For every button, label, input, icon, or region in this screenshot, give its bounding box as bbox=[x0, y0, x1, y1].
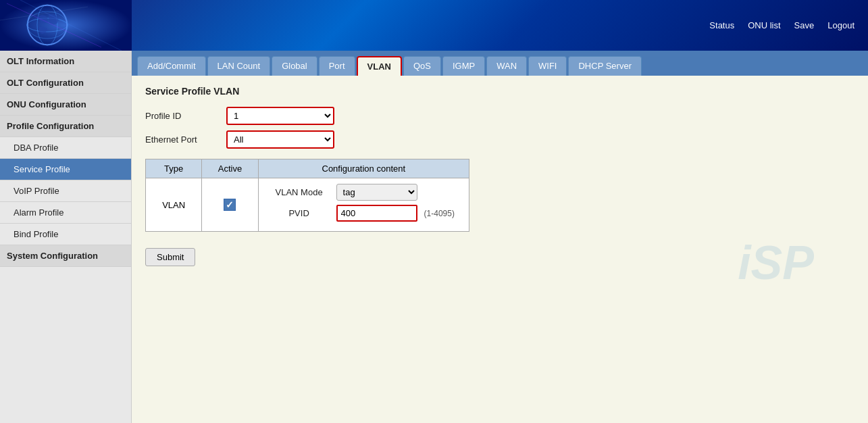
sidebar-item-olt-information[interactable]: OLT Information bbox=[0, 51, 131, 72]
col-type: Type bbox=[146, 159, 202, 178]
cell-config: VLAN Mode tag transparent translate PVID bbox=[258, 178, 469, 232]
page-title: Service Profile VLAN bbox=[145, 86, 854, 97]
pvid-row: PVID (1-4095) bbox=[269, 205, 459, 222]
sidebar-item-system-configuration[interactable]: System Configuration bbox=[0, 245, 131, 267]
onu-list-link[interactable]: ONU list bbox=[748, 20, 780, 30]
ethernet-port-row: Ethernet Port All 1 2 3 4 bbox=[145, 130, 854, 149]
status-link[interactable]: Status bbox=[709, 20, 734, 30]
vlan-table: Type Active Configuration content VLAN bbox=[145, 159, 469, 232]
sidebar: OLT Information OLT Configuration ONU Co… bbox=[0, 51, 132, 423]
content-area: Service Profile VLAN Profile ID 1 2 3 Et… bbox=[132, 76, 868, 276]
tab-wifi[interactable]: WIFI bbox=[528, 56, 567, 76]
header-logo bbox=[0, 0, 132, 51]
pvid-label: PVID bbox=[269, 208, 330, 218]
sidebar-item-alarm-profile[interactable]: Alarm Profile bbox=[0, 202, 131, 224]
sidebar-item-profile-configuration[interactable]: Profile Configuration bbox=[0, 116, 131, 137]
profile-id-select[interactable]: 1 2 3 bbox=[226, 107, 334, 125]
tab-global[interactable]: Global bbox=[272, 56, 317, 76]
sidebar-item-voip-profile[interactable]: VoIP Profile bbox=[0, 180, 131, 202]
vlan-mode-select[interactable]: tag transparent translate bbox=[336, 184, 417, 201]
vlan-mode-row: VLAN Mode tag transparent translate bbox=[269, 184, 459, 201]
save-link[interactable]: Save bbox=[794, 20, 815, 30]
tab-vlan[interactable]: VLAN bbox=[357, 56, 402, 76]
table-row: VLAN VLAN Mode tag transparent translate bbox=[146, 178, 469, 232]
vlan-mode-label: VLAN Mode bbox=[269, 187, 330, 197]
header-navigation: Status ONU list Save Logout bbox=[709, 20, 854, 30]
pvid-hint: (1-4095) bbox=[424, 209, 455, 218]
submit-row: Submit bbox=[145, 240, 854, 266]
ethernet-port-select[interactable]: All 1 2 3 4 bbox=[226, 130, 334, 149]
main-layout: OLT Information OLT Configuration ONU Co… bbox=[0, 51, 868, 423]
active-checkbox[interactable] bbox=[224, 199, 236, 211]
main-content: Add/Commit LAN Count Global Port VLAN Qo… bbox=[132, 51, 868, 423]
submit-button[interactable]: Submit bbox=[145, 248, 195, 266]
sidebar-item-bind-profile[interactable]: Bind Profile bbox=[0, 224, 131, 245]
ethernet-port-label: Ethernet Port bbox=[145, 134, 226, 145]
pvid-input[interactable] bbox=[336, 205, 417, 222]
sidebar-item-onu-configuration[interactable]: ONU Configuration bbox=[0, 94, 131, 116]
col-active: Active bbox=[202, 159, 258, 178]
svg-rect-0 bbox=[0, 0, 132, 51]
tab-qos[interactable]: QoS bbox=[403, 56, 441, 76]
profile-id-row: Profile ID 1 2 3 bbox=[145, 107, 854, 125]
tab-add-commit[interactable]: Add/Commit bbox=[137, 56, 206, 76]
tab-bar: Add/Commit LAN Count Global Port VLAN Qo… bbox=[132, 51, 868, 76]
tab-wan[interactable]: WAN bbox=[486, 56, 527, 76]
logout-link[interactable]: Logout bbox=[827, 20, 854, 30]
tab-dhcp-server[interactable]: DHCP Server bbox=[568, 56, 642, 76]
sidebar-item-dba-profile[interactable]: DBA Profile bbox=[0, 137, 131, 159]
profile-id-label: Profile ID bbox=[145, 111, 226, 121]
header: Status ONU list Save Logout bbox=[0, 0, 868, 51]
tab-igmp[interactable]: IGMP bbox=[442, 56, 485, 76]
cell-active bbox=[202, 178, 258, 232]
sidebar-item-olt-configuration[interactable]: OLT Configuration bbox=[0, 72, 131, 94]
tab-port[interactable]: Port bbox=[319, 56, 355, 76]
col-config: Configuration content bbox=[258, 159, 469, 178]
sidebar-item-service-profile[interactable]: Service Profile bbox=[0, 159, 131, 180]
cell-type: VLAN bbox=[146, 178, 202, 232]
tab-lan-count[interactable]: LAN Count bbox=[207, 56, 271, 76]
